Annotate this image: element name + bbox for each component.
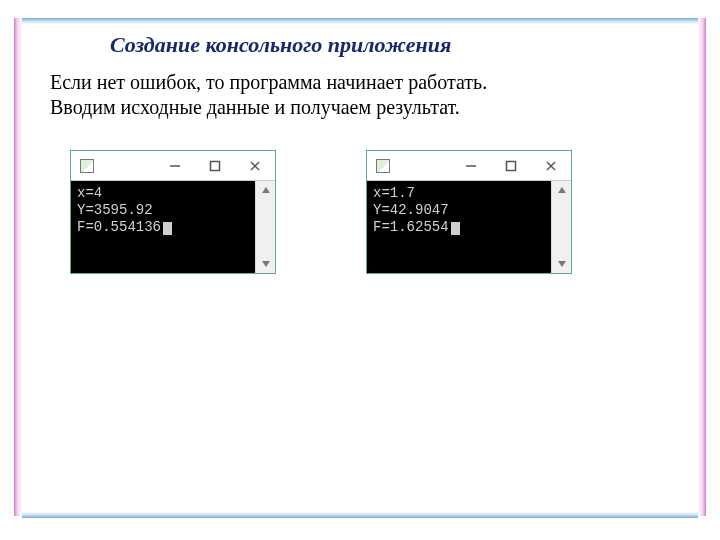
output-line-3: F=0.554136 — [77, 219, 161, 235]
output-line-3: F=1.62554 — [373, 219, 449, 235]
paragraph-line-2: Вводим исходные данные и получаем резуль… — [50, 96, 460, 118]
close-button[interactable] — [531, 151, 571, 181]
console-window-2: x=1.7 Y=42.9047 F=1.62554 — [366, 150, 572, 274]
output-line-1: x=4 — [77, 185, 102, 201]
scroll-up-icon[interactable] — [553, 181, 571, 199]
output-line-2: Y=3595.92 — [77, 202, 153, 218]
svg-marker-11 — [558, 261, 566, 267]
content-area: Создание консольного приложения Если нет… — [40, 32, 680, 274]
scroll-up-icon[interactable] — [257, 181, 275, 199]
frame-right — [698, 18, 706, 516]
svg-rect-1 — [211, 161, 220, 170]
minimize-button[interactable] — [155, 151, 195, 181]
terminal-output: x=4 Y=3595.92 F=0.554136 — [71, 181, 255, 273]
svg-marker-4 — [262, 187, 270, 193]
scroll-down-icon[interactable] — [257, 255, 275, 273]
slide: Создание консольного приложения Если нет… — [0, 0, 720, 540]
scroll-down-icon[interactable] — [553, 255, 571, 273]
svg-marker-10 — [558, 187, 566, 193]
cursor-icon — [163, 222, 172, 235]
output-line-1: x=1.7 — [373, 185, 415, 201]
scrollbar[interactable] — [551, 181, 571, 273]
console-body: x=1.7 Y=42.9047 F=1.62554 — [367, 181, 571, 273]
terminal-output: x=1.7 Y=42.9047 F=1.62554 — [367, 181, 551, 273]
titlebar — [367, 151, 571, 181]
output-line-2: Y=42.9047 — [373, 202, 449, 218]
app-icon — [74, 155, 100, 177]
console-window-1: x=4 Y=3595.92 F=0.554136 — [70, 150, 276, 274]
slide-title: Создание консольного приложения — [110, 32, 680, 58]
slide-body: Если нет ошибок, то программа начинает р… — [50, 70, 680, 120]
scrollbar[interactable] — [255, 181, 275, 273]
console-body: x=4 Y=3595.92 F=0.554136 — [71, 181, 275, 273]
close-button[interactable] — [235, 151, 275, 181]
cursor-icon — [451, 222, 460, 235]
maximize-button[interactable] — [195, 151, 235, 181]
svg-marker-5 — [262, 261, 270, 267]
paragraph-line-1: Если нет ошибок, то программа начинает р… — [50, 71, 487, 93]
maximize-button[interactable] — [491, 151, 531, 181]
frame-left — [14, 18, 22, 516]
frame-bottom — [22, 512, 698, 518]
frame-top — [22, 18, 698, 24]
svg-rect-7 — [507, 161, 516, 170]
app-icon — [370, 155, 396, 177]
minimize-button[interactable] — [451, 151, 491, 181]
console-row: x=4 Y=3595.92 F=0.554136 — [70, 150, 680, 274]
titlebar — [71, 151, 275, 181]
